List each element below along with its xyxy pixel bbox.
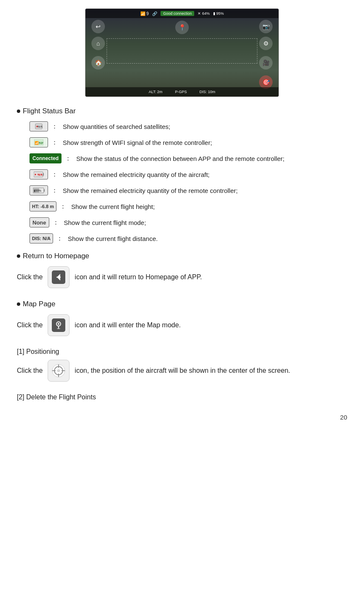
flight-status-section: Flight Status Bar ✕ N/A ： Show quantitie… — [17, 107, 347, 243]
svg-text:▮55%: ▮55% — [34, 189, 42, 192]
height-badge: HT: -6.8 m — [29, 201, 56, 211]
bullet-dot — [17, 254, 20, 258]
bullet-dot — [17, 302, 20, 306]
wifi-badge: 📶53% — [29, 137, 48, 147]
list-item: None ： Show the current flight mode; — [29, 217, 347, 227]
return-homepage-title: Return to Homepage — [17, 252, 347, 260]
drone-gps: P-GPS — [175, 90, 187, 94]
svg-rect-6 — [43, 173, 44, 176]
drone-back-icon: ↩ — [91, 20, 105, 33]
bullet-dot — [17, 110, 20, 113]
svg-text:✕ N/A: ✕ N/A — [34, 173, 43, 176]
distance-badge: DIS: N/A — [29, 233, 53, 243]
positioning-section: [1] Positioning Click the icon, the posi… — [17, 348, 347, 382]
list-item: ▮55% ： Show the remained electricity qua… — [29, 185, 347, 195]
svg-rect-15 — [52, 318, 65, 332]
remote-battery-badge: ▮55% — [29, 185, 48, 195]
drone-screenshot: 📶 9 🔗 Good connection ✕ 64% ▮ 95% ↩ ⌂ 🏠 … — [85, 8, 279, 97]
drone-bottom-bar: ALT: 2m P-GPS DIS: 10m — [86, 87, 278, 96]
svg-text:📶53%: 📶53% — [35, 141, 43, 145]
drone-settings-icon: ⚙ — [259, 37, 273, 50]
svg-point-17 — [58, 323, 59, 325]
list-item: HT: -6.8 m ： Show the current flight hei… — [29, 201, 347, 211]
positioning-click-row: Click the icon, the position of the airc… — [17, 360, 347, 382]
drone-center-frame — [107, 38, 257, 64]
positioning-icon-box — [48, 360, 70, 382]
return-homepage-section: Return to Homepage Click the icon and it… — [17, 252, 347, 288]
drone-home-icon: ⌂ — [91, 37, 105, 50]
mode-badge: None — [29, 217, 49, 227]
back-arrow-icon — [52, 270, 65, 284]
drone-top-bar: 📶 9 🔗 Good connection ✕ 64% ▮ 95% — [86, 9, 278, 18]
list-item: Connected ： Show the status of the conne… — [29, 153, 347, 163]
map-click-row: Click the icon and it will enter the Map… — [17, 314, 347, 336]
list-item: 📶53% ： Show strength of WIFI signal of t… — [29, 137, 347, 147]
drone-camera-icon: 📷 — [259, 20, 273, 33]
svg-rect-9 — [44, 189, 45, 192]
list-item: ✕ N/A ： Show quantities of searched sate… — [29, 121, 347, 131]
list-item: DIS: N/A ： Show the current flight dista… — [29, 233, 347, 243]
connected-badge: Connected — [29, 153, 62, 163]
map-pin-icon — [52, 318, 65, 332]
return-click-row: Click the icon and it will return to Hom… — [17, 266, 347, 288]
positioning-title: [1] Positioning — [17, 348, 347, 356]
list-item: ✕ N/A ： Show the remained electricity qu… — [29, 169, 347, 179]
svg-text:N/A: N/A — [37, 125, 43, 128]
map-icon-box — [48, 314, 70, 336]
drone-alt: ALT: 2m — [149, 90, 162, 94]
delete-flight-points-section: [2] Delete the Flight Points — [17, 393, 347, 401]
svg-point-19 — [57, 328, 60, 329]
drone-video-icon: 🎥 — [259, 56, 273, 70]
return-home-icon-box — [48, 266, 70, 288]
aircraft-battery-badge: ✕ N/A — [29, 169, 48, 179]
delete-flight-points-title: [2] Delete the Flight Points — [17, 393, 347, 401]
map-page-section: Map Page Click the icon and it will ente… — [17, 300, 347, 336]
svg-rect-14 — [56, 277, 61, 278]
page-number: 20 — [17, 414, 347, 421]
flight-status-title: Flight Status Bar — [17, 107, 347, 115]
drone-house-icon: 🏠 — [91, 56, 105, 70]
satellite-badge: ✕ N/A — [29, 121, 48, 131]
drone-location-icon: 📍 — [175, 21, 189, 34]
positioning-crosshair-icon — [52, 364, 65, 377]
status-list: ✕ N/A ： Show quantities of searched sate… — [17, 121, 347, 243]
map-page-title: Map Page — [17, 300, 347, 308]
drone-dis: DIS: 10m — [199, 90, 215, 94]
